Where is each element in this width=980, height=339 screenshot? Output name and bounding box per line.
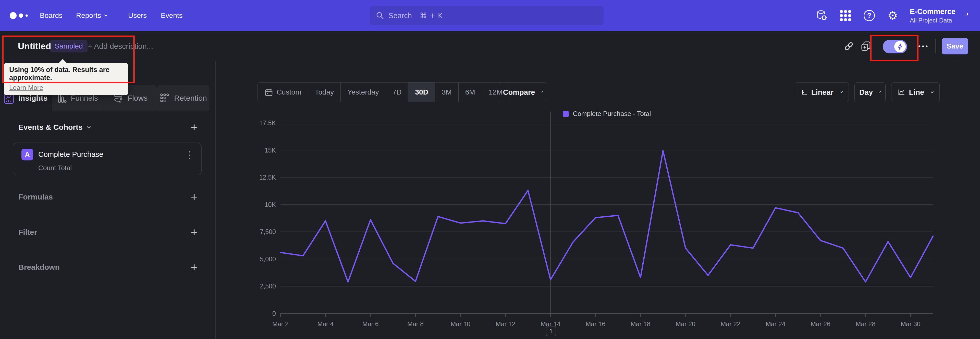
add-formula-button[interactable]: + <box>191 191 197 203</box>
add-filter-button[interactable]: + <box>191 226 197 238</box>
apps-grid-icon[interactable] <box>840 10 851 21</box>
nav-reports[interactable]: Reports <box>76 11 107 20</box>
svg-text:0: 0 <box>272 310 276 317</box>
kebab-menu-icon[interactable]: ⋮ <box>185 149 194 160</box>
svg-text:Mar 6: Mar 6 <box>363 320 379 328</box>
toggle-knob <box>894 41 906 52</box>
compare-button[interactable]: Compare <box>499 82 547 102</box>
range-6m[interactable]: 6M <box>458 83 482 102</box>
date-range-group: Custom Today Yesterday 7D 30D 3M 6M 12M <box>258 82 509 102</box>
project-chevron-icon <box>965 13 968 16</box>
nav-boards[interactable]: Boards <box>40 11 62 20</box>
svg-text:10K: 10K <box>265 201 276 208</box>
svg-text:7,500: 7,500 <box>260 228 276 235</box>
svg-text:15K: 15K <box>265 147 276 154</box>
tooltip-arrow <box>59 59 67 63</box>
save-button[interactable]: Save <box>942 38 968 54</box>
report-title-bar: Untitled Sampled + Add description... <box>0 31 980 61</box>
content-area: Insights Funnels Flows <box>0 61 980 339</box>
event-name[interactable]: Complete Purchase <box>38 150 103 158</box>
sampling-tooltip: Using 10% of data. Results are approxima… <box>4 63 128 95</box>
range-custom[interactable]: Custom <box>258 83 308 102</box>
event-card[interactable]: A Complete Purchase ⋮ Count Total <box>13 142 202 175</box>
linear-axis-icon <box>801 88 808 97</box>
breakdown-section: Breakdown + <box>18 261 197 273</box>
range-yesterday[interactable]: Yesterday <box>341 83 386 102</box>
filter-section: Filter + <box>18 226 197 238</box>
project-switcher[interactable]: E-Commerce All Project Data <box>910 7 956 24</box>
more-options-button[interactable]: ••• <box>918 42 929 50</box>
line-chart: 02,5005,0007,50010K12.5K15K17.5KMar 2Mar… <box>216 106 980 339</box>
sampling-toggle[interactable] <box>883 40 907 53</box>
mixpanel-logo[interactable] <box>10 12 28 19</box>
svg-text:Mar 28: Mar 28 <box>856 320 876 328</box>
chart-type-dropdown[interactable]: Line <box>891 82 940 102</box>
data-management-icon[interactable] <box>816 10 828 22</box>
svg-text:Mar 4: Mar 4 <box>317 320 334 328</box>
chevron-down-icon <box>542 91 544 93</box>
chevron-down-icon <box>104 13 107 17</box>
search-icon <box>375 11 384 20</box>
svg-text:Mar 22: Mar 22 <box>721 320 741 328</box>
series-a-badge: A <box>21 149 33 160</box>
formulas-section: Formulas + <box>18 191 197 203</box>
pagination-page-button[interactable]: 1 <box>546 326 556 336</box>
range-3m[interactable]: 3M <box>435 83 458 102</box>
scale-dropdown[interactable]: Linear <box>795 82 849 102</box>
divider <box>935 39 936 53</box>
lightning-bolt-icon <box>896 43 904 51</box>
report-title[interactable]: Untitled <box>18 41 51 51</box>
svg-text:17.5K: 17.5K <box>259 119 276 126</box>
app-window: Boards Reports Users Events Search ⌘ + K… <box>0 0 980 339</box>
tooltip-text: Using 10% of data. Results are approxima… <box>9 66 123 82</box>
add-breakdown-button[interactable]: + <box>191 261 197 273</box>
svg-text:Mar 30: Mar 30 <box>900 320 921 328</box>
svg-text:Mar 20: Mar 20 <box>676 320 695 328</box>
copy-link-icon[interactable] <box>844 41 854 51</box>
svg-text:Mar 26: Mar 26 <box>811 320 830 328</box>
aggregation-label[interactable]: Count Total <box>38 164 72 172</box>
line-chart-icon <box>897 88 905 97</box>
svg-text:12.5K: 12.5K <box>259 174 276 181</box>
svg-text:Mar 12: Mar 12 <box>496 320 515 328</box>
search-input[interactable]: Search ⌘ + K <box>370 6 604 25</box>
report-canvas: Custom Today Yesterday 7D 30D 3M 6M 12M … <box>216 61 980 339</box>
calendar-icon <box>264 88 273 97</box>
chevron-down-icon <box>86 125 91 128</box>
events-cohorts-title[interactable]: Events & Cohorts <box>18 123 90 131</box>
svg-text:Mar 8: Mar 8 <box>407 320 424 328</box>
help-icon[interactable]: ? <box>864 10 875 21</box>
svg-text:2,500: 2,500 <box>260 283 276 290</box>
project-name: E-Commerce <box>910 7 956 16</box>
learn-more-link[interactable]: Learn More <box>9 84 43 92</box>
top-nav: Boards Reports Users Events Search ⌘ + K… <box>0 0 980 31</box>
retention-icon <box>160 93 170 103</box>
svg-text:Mar 18: Mar 18 <box>631 320 651 328</box>
chevron-down-icon <box>931 90 934 93</box>
chevron-down-icon <box>840 90 843 93</box>
range-7d[interactable]: 7D <box>386 83 409 102</box>
add-description[interactable]: + Add description... <box>88 42 153 51</box>
sidebar: Insights Funnels Flows <box>0 61 216 339</box>
svg-text:Mar 10: Mar 10 <box>450 320 470 328</box>
settings-gear-icon[interactable]: ⚙ <box>888 10 897 21</box>
interval-dropdown[interactable]: Day <box>854 82 886 102</box>
nav-events[interactable]: Events <box>161 11 183 20</box>
nav-users[interactable]: Users <box>128 11 147 20</box>
svg-text:Mar 16: Mar 16 <box>586 320 606 328</box>
svg-text:5,000: 5,000 <box>260 256 276 262</box>
range-30d[interactable]: 30D <box>408 83 435 102</box>
project-scope: All Project Data <box>910 17 956 24</box>
sampled-badge[interactable]: Sampled <box>50 40 88 52</box>
events-cohorts-header: Events & Cohorts + <box>18 122 197 133</box>
svg-text:Mar 2: Mar 2 <box>272 320 289 328</box>
add-event-button[interactable]: + <box>191 122 197 133</box>
chevron-down-icon <box>879 91 881 93</box>
add-to-board-icon[interactable] <box>861 41 871 51</box>
tab-retention[interactable]: Retention <box>157 85 210 111</box>
svg-text:Mar 24: Mar 24 <box>765 320 786 328</box>
range-today[interactable]: Today <box>308 83 341 102</box>
